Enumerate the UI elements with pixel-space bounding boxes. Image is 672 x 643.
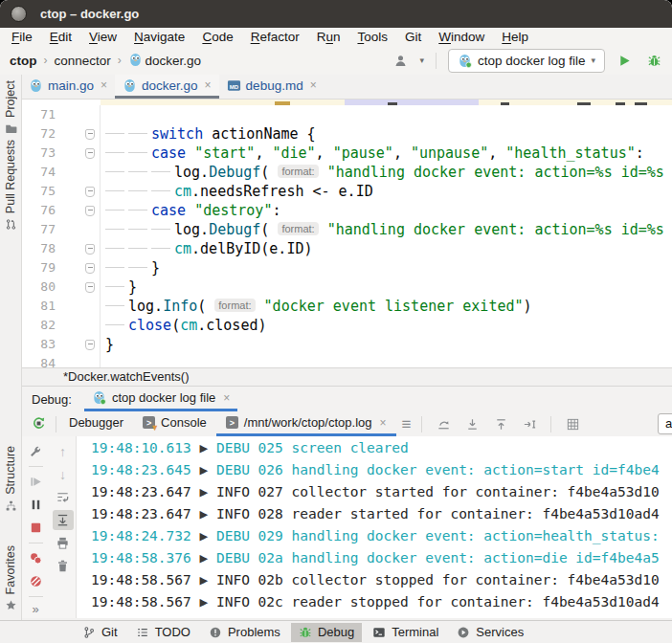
grid-button[interactable] [562, 414, 583, 434]
tab-whitespace-mark [105, 124, 124, 144]
more-actions-button[interactable]: » [32, 602, 38, 616]
code-text: case "destroy": [100, 201, 672, 220]
tool-window-button-problems[interactable]: Problems [201, 623, 288, 642]
run-configuration-select[interactable]: ctop docker log file ▾ [448, 49, 605, 73]
toolbar-divider [550, 416, 551, 432]
print-button[interactable] [53, 533, 74, 553]
view-breakpoints-icon [29, 551, 43, 565]
tool-window-button-terminal[interactable]: Terminal [365, 623, 446, 642]
log-timestamp: 19:48:23.647 [91, 484, 200, 499]
scroll-to-top-button[interactable] [490, 414, 511, 434]
stop-button[interactable] [25, 518, 46, 538]
view-breakpoints-button[interactable] [25, 548, 46, 568]
log-line: 19:48:23.645 ▶ DEBU 026 handling docker … [91, 459, 672, 481]
log-arrow-icon: ▶ [200, 550, 209, 565]
tool-window-button-debug[interactable]: Debug [291, 623, 362, 642]
console-tab-mnt-work-ctop-ctop-log[interactable]: >/mnt/work/ctop/ctop.log× [216, 411, 396, 436]
menu-item-run[interactable]: Run [308, 30, 349, 44]
close-icon[interactable]: × [205, 78, 212, 92]
code-token: "unpause" [411, 144, 488, 162]
editor-tab-debug-md[interactable]: MDdebug.md× [219, 75, 325, 99]
console-tab-Console[interactable]: >▼Console [133, 411, 216, 436]
editor-tab-docker-go[interactable]: docker.go× [115, 75, 219, 99]
editor-tab-main-go[interactable]: main.go× [21, 75, 115, 99]
menu-item-tools[interactable]: Tools [348, 30, 396, 44]
fold-marker-icon[interactable] [85, 244, 95, 255]
debug-button[interactable] [643, 50, 664, 71]
stripe-button-structure[interactable]: Structure [0, 446, 21, 512]
markdown-file-icon: MD [227, 78, 241, 93]
down-arrow-icon[interactable]: ↓ [53, 464, 74, 484]
mute-breakpoints-button[interactable] [25, 571, 46, 591]
tab-whitespace-mark [105, 277, 124, 297]
soft-wrap-button[interactable] [53, 487, 74, 507]
stripe-button-project[interactable]: Project [0, 80, 21, 135]
pull-requests-icon [5, 218, 17, 231]
tool-window-button-label: Terminal [392, 625, 438, 639]
tab-whitespace-mark [151, 163, 170, 182]
code-line: 74log.Debugf( format: "handling docker e… [21, 163, 672, 182]
debug-session-tab[interactable]: ctop docker log file × [84, 387, 237, 411]
menu-item-view[interactable]: View [80, 30, 125, 44]
line-number: 73 [21, 144, 59, 163]
fold-marker-icon[interactable] [85, 206, 95, 216]
settings-wrench-button[interactable] [25, 441, 46, 461]
menu-item-window[interactable]: Window [430, 30, 493, 44]
fold-marker-icon[interactable] [85, 263, 95, 274]
menu-item-help[interactable]: Help [493, 30, 537, 44]
code-editor[interactable]: 7172switch actionName {73case "start", "… [21, 100, 672, 367]
menu-item-file[interactable]: File [3, 30, 41, 44]
code-line: 71 [21, 105, 672, 124]
user-dropdown-icon[interactable] [390, 50, 411, 71]
close-icon[interactable]: × [223, 391, 230, 405]
breadcrumb-item[interactable]: connector [55, 54, 111, 68]
log-filter-select[interactable]: all [658, 413, 672, 434]
log-timestamp: 19:48:23.645 [91, 462, 200, 477]
code-text: close(cm.closed) [100, 316, 672, 335]
fold-marker-icon[interactable] [85, 187, 95, 197]
code-token: ( [171, 317, 180, 334]
scroll-to-bottom-button[interactable] [461, 414, 482, 434]
fold-gutter [59, 277, 100, 297]
rerun-button[interactable] [28, 413, 49, 433]
chevron-down-icon: ▾ [419, 55, 424, 65]
menu-item-git[interactable]: Git [396, 30, 430, 44]
grid-icon [566, 417, 580, 432]
fold-marker-icon[interactable] [85, 129, 95, 140]
log-output[interactable]: 19:48:10.613 ▶ DEBU 025 screen cleared19… [77, 436, 672, 618]
close-icon[interactable]: × [379, 416, 386, 430]
code-token [319, 221, 327, 238]
fold-marker-icon[interactable] [85, 148, 95, 159]
close-icon[interactable]: × [310, 78, 317, 92]
console-tab-Debugger[interactable]: Debugger [59, 411, 133, 436]
resume-button[interactable] [25, 472, 46, 492]
stripe-button-pull-requests[interactable]: Pull Requests [0, 140, 21, 231]
tool-window-button-git[interactable]: Git [75, 623, 125, 642]
scroll-to-end-button[interactable] [53, 510, 74, 530]
restore-layout-button[interactable] [433, 414, 454, 434]
options-menu-icon[interactable]: ≡ [402, 416, 412, 432]
mute-breakpoints-icon [29, 574, 43, 588]
window-control-button[interactable] [11, 6, 27, 22]
stripe-button-favorites[interactable]: Favorites [0, 545, 21, 611]
console-tab-label: /mnt/work/ctop/ctop.log [244, 415, 372, 430]
breadcrumb-item[interactable]: ctop [10, 54, 37, 68]
tool-window-button-services[interactable]: Services [449, 623, 531, 642]
jump-to-source-button[interactable] [519, 414, 540, 434]
code-token: log. [174, 164, 209, 181]
menu-item-refactor[interactable]: Refactor [242, 30, 308, 44]
tab-whitespace-mark [151, 182, 170, 201]
pause-button[interactable] [25, 495, 46, 515]
fold-marker-icon[interactable] [85, 282, 95, 293]
menu-item-navigate[interactable]: Navigate [125, 30, 193, 44]
clear-trash-button[interactable] [53, 556, 74, 576]
menu-item-edit[interactable]: Edit [41, 30, 80, 44]
console-tab-label: Console [161, 415, 207, 430]
breadcrumb-item[interactable]: docker.go [128, 53, 201, 68]
fold-marker-icon[interactable] [85, 340, 95, 350]
menu-item-code[interactable]: Code [193, 30, 241, 44]
close-icon[interactable]: × [101, 78, 107, 92]
tool-window-button-todo[interactable]: TODO [128, 623, 198, 642]
up-arrow-icon[interactable]: ↑ [53, 441, 74, 461]
run-button[interactable] [614, 50, 635, 71]
